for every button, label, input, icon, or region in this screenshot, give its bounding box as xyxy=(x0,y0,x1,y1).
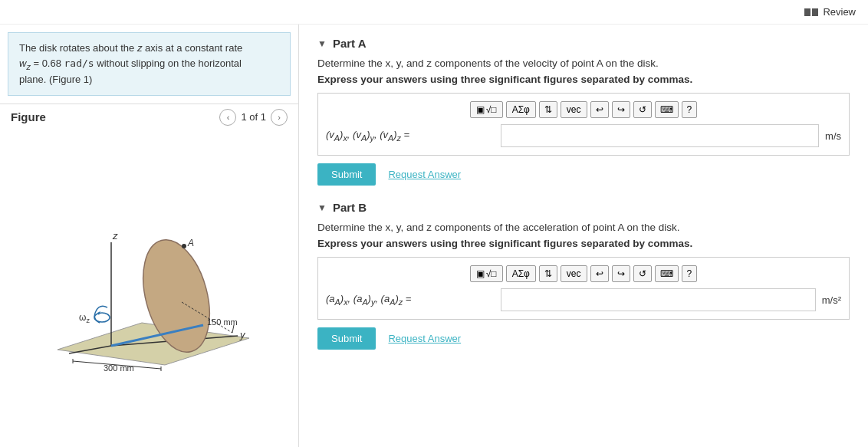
problem-text: The disk rotates about the z axis at a c… xyxy=(8,32,291,96)
part-a-unit: m/s xyxy=(825,130,841,142)
part-a-header: ▼ Part A xyxy=(317,37,850,50)
review-icon xyxy=(804,8,818,16)
updown-arrow-icon: ⇅ xyxy=(544,104,552,115)
svg-marker-0 xyxy=(58,323,249,365)
svg-text:ωz: ωz xyxy=(79,312,90,324)
figure-prev-button[interactable]: ‹ xyxy=(219,109,236,126)
main-layout: The disk rotates about the z axis at a c… xyxy=(0,25,868,447)
right-panel: ▼ Part A Determine the x, y, and z compo… xyxy=(299,25,868,447)
matrix-icon-b: ▣ xyxy=(476,268,485,279)
part-b-actions: Submit Request Answer xyxy=(317,327,850,350)
figure-area: y z A ωz 150 mm xyxy=(0,130,298,447)
reset-icon-b: ↺ xyxy=(639,268,646,279)
part-b-equation-label: (aA)x, (aA)y, (aA)z = xyxy=(326,293,495,307)
help-icon-b: ? xyxy=(687,268,692,279)
part-b-toolbar: ▣ √□ ΑΣφ ⇅ vec ↩ ↪ ↺ xyxy=(326,265,841,282)
svg-point-7 xyxy=(182,244,186,248)
part-b-input[interactable] xyxy=(501,288,816,311)
sqrt-icon-b: √□ xyxy=(486,268,497,279)
part-b-redo-btn[interactable]: ↪ xyxy=(612,265,630,282)
part-b-sigma-btn[interactable]: ΑΣφ xyxy=(506,265,536,282)
review-button[interactable]: Review xyxy=(804,6,856,18)
reset-icon: ↺ xyxy=(639,104,646,115)
figure-header: Figure ‹ 1 of 1 › xyxy=(0,104,298,130)
matrix-icon: ▣ xyxy=(476,104,485,115)
sqrt-icon: √□ xyxy=(486,104,497,115)
top-bar: Review xyxy=(0,0,868,25)
left-panel: The disk rotates about the z axis at a c… xyxy=(0,25,299,447)
part-b-undo-btn[interactable]: ↩ xyxy=(590,265,609,282)
part-a-help-btn[interactable]: ? xyxy=(682,101,698,118)
problem-line3: plane. (Figure 1) xyxy=(19,74,92,85)
help-icon: ? xyxy=(687,104,692,115)
part-b-keyboard-btn[interactable]: ⌨ xyxy=(655,265,679,282)
svg-text:300 mm: 300 mm xyxy=(104,363,134,373)
svg-text:z: z xyxy=(112,230,118,242)
redo-icon: ↪ xyxy=(617,104,625,115)
svg-point-10 xyxy=(94,313,110,322)
svg-text:A: A xyxy=(187,238,194,248)
part-b-help-btn[interactable]: ? xyxy=(682,265,698,282)
part-b-section: ▼ Part B Determine the x, y, and z compo… xyxy=(317,201,850,350)
figure-next-button[interactable]: › xyxy=(271,109,288,126)
problem-line1: The disk rotates about the z axis at a c… xyxy=(19,42,242,54)
part-a-section: ▼ Part A Determine the x, y, and z compo… xyxy=(317,37,850,186)
part-a-toolbar: ▣ √□ ΑΣφ ⇅ vec ↩ ↪ ↺ xyxy=(326,101,841,118)
part-b-arrow-btn[interactable]: ⇅ xyxy=(539,265,557,282)
part-b-question: Determine the x, y, and z components of … xyxy=(317,222,850,233)
part-b-matrix-btn[interactable]: ▣ √□ xyxy=(470,265,503,282)
part-a-actions: Submit Request Answer xyxy=(317,163,850,186)
part-a-collapse[interactable]: ▼ xyxy=(317,38,327,49)
part-b-unit: m/s² xyxy=(822,294,841,306)
part-b-reset-btn[interactable]: ↺ xyxy=(633,265,652,282)
part-b-input-row: (aA)x, (aA)y, (aA)z = m/s² xyxy=(326,288,841,311)
part-a-vec-btn[interactable]: vec xyxy=(561,101,587,118)
keyboard-icon: ⌨ xyxy=(660,104,673,115)
figure-svg: y z A ωz 150 mm xyxy=(35,204,265,373)
part-a-undo-btn[interactable]: ↩ xyxy=(590,101,609,118)
part-b-collapse[interactable]: ▼ xyxy=(317,202,327,213)
problem-line2: wz = 0.68 rad/s without slipping on the … xyxy=(19,58,242,69)
part-a-submit-button[interactable]: Submit xyxy=(317,163,376,186)
part-a-matrix-btn[interactable]: ▣ √□ xyxy=(470,101,503,118)
figure-counter: 1 of 1 xyxy=(241,111,266,123)
part-b-request-answer-button[interactable]: Request Answer xyxy=(388,333,461,344)
part-b-submit-button[interactable]: Submit xyxy=(317,327,376,350)
part-a-instruction: Express your answers using three signifi… xyxy=(317,74,850,85)
part-b-instruction: Express your answers using three signifi… xyxy=(317,238,850,249)
part-a-redo-btn[interactable]: ↪ xyxy=(612,101,630,118)
part-a-answer-box: ▣ √□ ΑΣφ ⇅ vec ↩ ↪ ↺ xyxy=(317,93,850,156)
keyboard-icon-b: ⌨ xyxy=(660,268,673,279)
undo-icon-b: ↩ xyxy=(596,268,603,279)
part-a-arrow-btn[interactable]: ⇅ xyxy=(539,101,557,118)
part-a-equation-label: (vA)x, (vA)y, (vA)z = xyxy=(326,129,495,143)
figure-title: Figure xyxy=(11,110,46,123)
part-a-question: Determine the x, y, and z components of … xyxy=(317,58,850,69)
part-a-input-row: (vA)x, (vA)y, (vA)z = m/s xyxy=(326,124,841,147)
part-b-header: ▼ Part B xyxy=(317,201,850,214)
updown-arrow-icon-b: ⇅ xyxy=(544,268,552,279)
part-a-reset-btn[interactable]: ↺ xyxy=(633,101,652,118)
part-a-keyboard-btn[interactable]: ⌨ xyxy=(655,101,679,118)
svg-text:150 mm: 150 mm xyxy=(207,317,238,327)
part-a-input[interactable] xyxy=(501,124,819,147)
part-b-vec-btn[interactable]: vec xyxy=(561,265,587,282)
part-a-title: Part A xyxy=(333,37,367,50)
review-label: Review xyxy=(823,6,856,18)
undo-icon: ↩ xyxy=(596,104,603,115)
part-b-title: Part B xyxy=(333,201,367,214)
part-b-answer-box: ▣ √□ ΑΣφ ⇅ vec ↩ ↪ ↺ xyxy=(317,257,850,320)
redo-icon-b: ↪ xyxy=(617,268,625,279)
part-a-sigma-btn[interactable]: ΑΣφ xyxy=(506,101,536,118)
figure-nav: ‹ 1 of 1 › xyxy=(219,109,288,126)
part-a-request-answer-button[interactable]: Request Answer xyxy=(388,169,461,180)
